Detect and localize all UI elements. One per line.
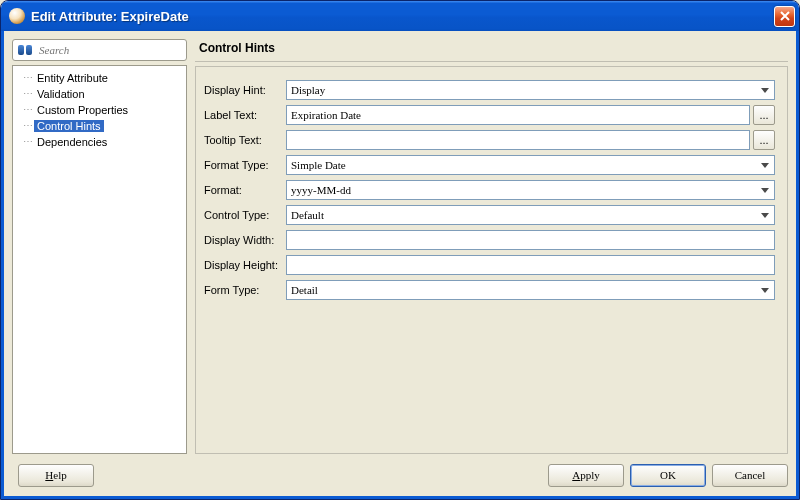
chevron-down-icon (757, 158, 773, 172)
row-format-type: Format Type: Simple Date (204, 154, 775, 176)
close-button[interactable] (774, 6, 795, 27)
row-form-type: Form Type: Detail (204, 279, 775, 301)
label-format: Format: (204, 184, 286, 196)
dialog-body: ⋯Entity Attribute ⋯Validation ⋯Custom Pr… (1, 31, 799, 499)
chevron-down-icon (757, 83, 773, 97)
search-bar[interactable] (12, 39, 187, 61)
nav-item-control-hints[interactable]: ⋯Control Hints (15, 118, 184, 134)
apply-button[interactable]: Apply (548, 464, 624, 487)
main-split: ⋯Entity Attribute ⋯Validation ⋯Custom Pr… (12, 39, 788, 454)
browse-tooltip-text-button[interactable]: ... (753, 130, 775, 150)
close-icon (780, 11, 790, 21)
label-control-type: Control Type: (204, 209, 286, 221)
row-display-hint: Display Hint: Display (204, 79, 775, 101)
app-icon (9, 8, 25, 24)
input-label-text[interactable]: Expiration Date (286, 105, 750, 125)
content-heading: Control Hints (195, 39, 788, 62)
ok-button[interactable]: OK (630, 464, 706, 487)
row-display-width: Display Width: (204, 229, 775, 251)
label-display-width: Display Width: (204, 234, 286, 246)
label-form-type: Form Type: (204, 284, 286, 296)
label-format-type: Format Type: (204, 159, 286, 171)
dialog-window: Edit Attribute: ExpireDate ⋯Entity Attri… (0, 0, 800, 500)
combo-format-type[interactable]: Simple Date (286, 155, 775, 175)
nav-tree: ⋯Entity Attribute ⋯Validation ⋯Custom Pr… (12, 65, 187, 454)
search-input[interactable] (37, 43, 182, 57)
label-label-text: Label Text: (204, 109, 286, 121)
chevron-down-icon (757, 283, 773, 297)
input-display-width[interactable] (286, 230, 775, 250)
row-display-height: Display Height: (204, 254, 775, 276)
input-tooltip-text[interactable] (286, 130, 750, 150)
nav-item-custom-properties[interactable]: ⋯Custom Properties (15, 102, 184, 118)
chevron-down-icon (757, 208, 773, 222)
input-display-height[interactable] (286, 255, 775, 275)
binoculars-icon (17, 43, 33, 57)
combo-display-hint[interactable]: Display (286, 80, 775, 100)
browse-label-text-button[interactable]: ... (753, 105, 775, 125)
row-control-type: Control Type: Default (204, 204, 775, 226)
combo-format[interactable]: yyyy-MM-dd (286, 180, 775, 200)
row-format: Format: yyyy-MM-dd (204, 179, 775, 201)
label-tooltip-text: Tooltip Text: (204, 134, 286, 146)
cancel-button[interactable]: Cancel (712, 464, 788, 487)
chevron-down-icon (757, 183, 773, 197)
nav-item-entity-attribute[interactable]: ⋯Entity Attribute (15, 70, 184, 86)
nav-item-validation[interactable]: ⋯Validation (15, 86, 184, 102)
content-pane: Control Hints Display Hint: Display Labe… (195, 39, 788, 454)
titlebar[interactable]: Edit Attribute: ExpireDate (1, 1, 799, 31)
help-button[interactable]: Help (18, 464, 94, 487)
ellipsis-icon: ... (759, 109, 768, 121)
row-label-text: Label Text: Expiration Date ... (204, 104, 775, 126)
sidebar: ⋯Entity Attribute ⋯Validation ⋯Custom Pr… (12, 39, 187, 454)
footer: Help Apply OK Cancel (12, 454, 788, 488)
combo-control-type[interactable]: Default (286, 205, 775, 225)
nav-item-dependencies[interactable]: ⋯Dependencies (15, 134, 184, 150)
label-display-hint: Display Hint: (204, 84, 286, 96)
window-title: Edit Attribute: ExpireDate (31, 9, 774, 24)
row-tooltip-text: Tooltip Text: ... (204, 129, 775, 151)
form-area: Display Hint: Display Label Text: Expira… (195, 66, 788, 454)
ellipsis-icon: ... (759, 134, 768, 146)
label-display-height: Display Height: (204, 259, 286, 271)
combo-form-type[interactable]: Detail (286, 280, 775, 300)
